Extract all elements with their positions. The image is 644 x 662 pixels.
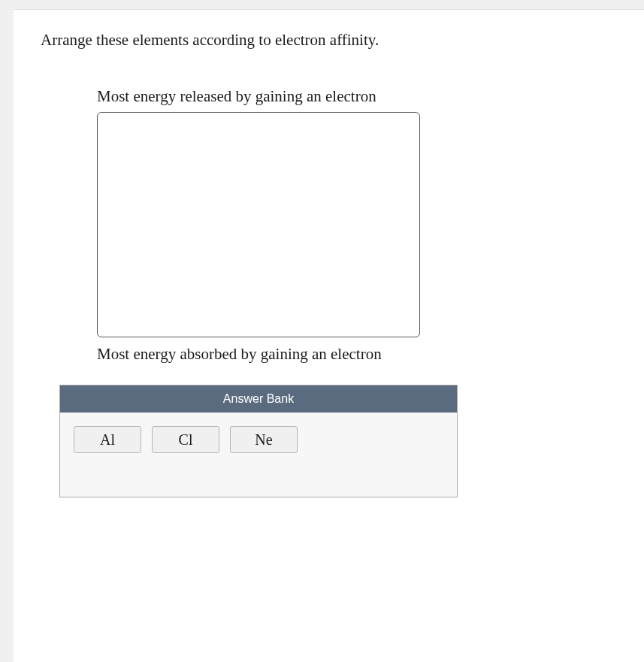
ranking-drop-zone[interactable] bbox=[97, 112, 420, 337]
ranking-section: Most energy released by gaining an elect… bbox=[97, 87, 617, 364]
answer-bank-body: Al Cl Ne bbox=[60, 413, 457, 497]
element-tile-cl[interactable]: Cl bbox=[152, 426, 219, 453]
question-prompt: Arrange these elements according to elec… bbox=[41, 31, 617, 50]
element-tile-al[interactable]: Al bbox=[74, 426, 141, 453]
ranking-top-label: Most energy released by gaining an elect… bbox=[97, 87, 617, 106]
content-panel: Arrange these elements according to elec… bbox=[14, 9, 644, 662]
ranking-bottom-label: Most energy absorbed by gaining an elect… bbox=[97, 345, 617, 364]
answer-bank: Answer Bank Al Cl Ne bbox=[59, 385, 458, 497]
answer-bank-header: Answer Bank bbox=[60, 385, 457, 413]
element-tile-ne[interactable]: Ne bbox=[230, 426, 298, 453]
